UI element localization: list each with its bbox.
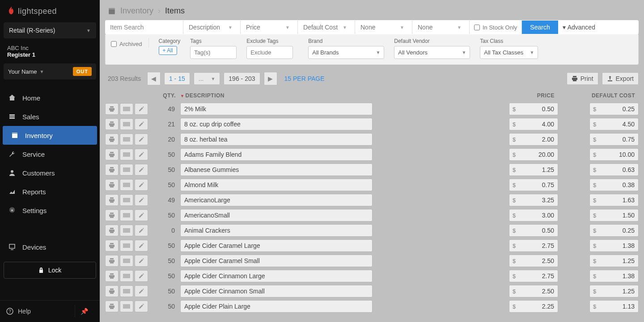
pager-pages-dropdown[interactable]: ...▼ [194, 72, 220, 85]
nav-devices[interactable]: Devices [0, 238, 100, 256]
archived-checkbox[interactable] [111, 41, 117, 47]
row-price-input[interactable] [509, 300, 558, 313]
row-cost-input[interactable] [589, 179, 639, 191]
col-description[interactable]: ▾ DESCRIPTION [178, 92, 478, 99]
row-description-input[interactable] [180, 148, 373, 161]
row-description-input[interactable] [180, 209, 373, 222]
row-description-input[interactable] [180, 300, 373, 313]
row-description-input[interactable] [180, 239, 373, 252]
row-price-input[interactable] [509, 118, 558, 130]
row-edit-button[interactable] [135, 134, 148, 145]
pin-button[interactable]: 📌 [75, 305, 93, 318]
tax-class-select[interactable]: All Tax Classes▼ [480, 46, 538, 59]
row-cost-input[interactable] [589, 163, 639, 176]
nav-sales[interactable]: Sales [0, 107, 100, 126]
row-price-input[interactable] [509, 255, 558, 267]
row-barcode-button[interactable] [120, 194, 133, 206]
row-print-button[interactable] [105, 118, 119, 130]
lock-button[interactable]: Lock [4, 262, 96, 279]
pager-next-button[interactable]: ▶ [264, 72, 277, 85]
row-price-input[interactable] [509, 133, 558, 146]
row-description-input[interactable] [180, 133, 373, 146]
row-barcode-button[interactable] [120, 255, 133, 267]
row-barcode-button[interactable] [120, 164, 133, 176]
row-barcode-button[interactable] [120, 149, 133, 160]
row-cost-input[interactable] [589, 285, 639, 297]
brand-select[interactable]: All Brands▼ [308, 46, 384, 59]
nav-inventory[interactable]: Inventory [3, 126, 97, 145]
row-cost-input[interactable] [589, 103, 639, 115]
row-price-input[interactable] [509, 179, 558, 191]
row-barcode-button[interactable] [120, 240, 133, 251]
row-print-button[interactable] [105, 164, 119, 176]
row-edit-button[interactable] [135, 164, 148, 176]
row-print-button[interactable] [105, 194, 119, 206]
row-cost-input[interactable] [589, 239, 639, 252]
row-edit-button[interactable] [135, 179, 148, 191]
row-price-input[interactable] [509, 209, 558, 222]
pager-prev-button[interactable]: ◀ [147, 72, 161, 85]
row-cost-input[interactable] [589, 255, 639, 267]
price-select[interactable]: Price▼ [241, 24, 294, 31]
row-cost-input[interactable] [589, 148, 639, 161]
row-print-button[interactable] [105, 149, 119, 160]
out-badge[interactable]: OUT [73, 67, 92, 76]
nav-reports[interactable]: Reports [0, 182, 100, 201]
row-cost-input[interactable] [589, 224, 639, 237]
row-price-input[interactable] [509, 270, 558, 282]
row-barcode-button[interactable] [120, 179, 133, 191]
row-print-button[interactable] [105, 255, 119, 267]
row-barcode-button[interactable] [120, 209, 133, 221]
help-button[interactable]: ? Help [6, 308, 31, 315]
row-price-input[interactable] [509, 285, 558, 297]
row-price-input[interactable] [509, 194, 558, 206]
search-button[interactable]: Search [522, 21, 558, 34]
pager-current-range[interactable]: 1 - 15 [164, 72, 190, 85]
row-cost-input[interactable] [589, 300, 639, 313]
row-price-input[interactable] [509, 239, 558, 252]
in-stock-checkbox[interactable] [474, 25, 480, 30]
none1-select[interactable]: None▼ [355, 24, 409, 31]
row-description-input[interactable] [180, 224, 373, 237]
row-barcode-button[interactable] [120, 103, 133, 115]
default-cost-select[interactable]: Default Cost▼ [298, 24, 352, 31]
row-barcode-button[interactable] [120, 301, 133, 312]
row-print-button[interactable] [105, 209, 119, 221]
row-price-input[interactable] [509, 148, 558, 161]
row-description-input[interactable] [180, 118, 373, 130]
nav-customers[interactable]: Customers [0, 163, 100, 182]
row-print-button[interactable] [105, 240, 119, 251]
col-qty[interactable]: QTY. [153, 92, 178, 99]
none2-select[interactable]: None▼ [412, 24, 466, 31]
row-print-button[interactable] [105, 225, 119, 236]
vendor-select[interactable]: All Vendors▼ [394, 46, 470, 59]
exclude-tags-input[interactable] [246, 46, 293, 59]
description-select[interactable]: Description▼ [183, 24, 237, 31]
row-description-input[interactable] [180, 163, 373, 176]
row-barcode-button[interactable] [120, 134, 133, 145]
category-all-chip[interactable]: + All [159, 46, 177, 55]
row-barcode-button[interactable] [120, 285, 133, 297]
row-edit-button[interactable] [135, 285, 148, 297]
row-description-input[interactable] [180, 270, 373, 282]
row-cost-input[interactable] [589, 133, 639, 146]
row-description-input[interactable] [180, 179, 373, 191]
row-cost-input[interactable] [589, 118, 639, 130]
series-select[interactable]: Retail (R-Series) ▼ [4, 22, 96, 38]
item-search-input[interactable] [106, 24, 183, 31]
row-barcode-button[interactable] [120, 270, 133, 282]
row-cost-input[interactable] [589, 270, 639, 282]
row-price-input[interactable] [509, 163, 558, 176]
row-cost-input[interactable] [589, 209, 639, 222]
row-edit-button[interactable] [135, 225, 148, 236]
row-edit-button[interactable] [135, 240, 148, 251]
row-edit-button[interactable] [135, 149, 148, 160]
row-cost-input[interactable] [589, 194, 639, 206]
row-edit-button[interactable] [135, 270, 148, 282]
pager-last-range[interactable]: 196 - 203 [224, 72, 260, 85]
row-print-button[interactable] [105, 103, 119, 115]
row-description-input[interactable] [180, 103, 373, 115]
row-barcode-button[interactable] [120, 118, 133, 130]
row-edit-button[interactable] [135, 301, 148, 312]
row-print-button[interactable] [105, 285, 119, 297]
